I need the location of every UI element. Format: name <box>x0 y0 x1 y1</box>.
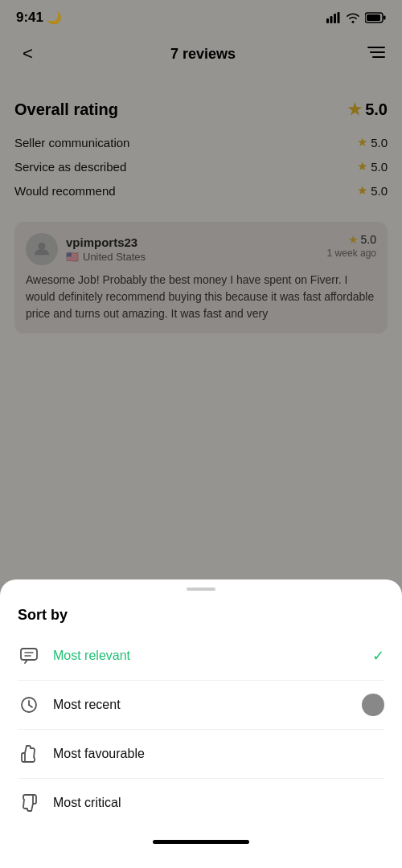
home-indicator <box>153 840 249 844</box>
bottom-sheet: Sort by Most relevant ✓ <box>0 579 402 868</box>
sort-option-most-relevant[interactable]: Most relevant ✓ <box>0 632 402 680</box>
clock-icon <box>18 694 40 716</box>
most-relevant-label: Most relevant <box>53 649 130 663</box>
sheet-title: Sort by <box>0 591 402 632</box>
most-favourable-label: Most favourable <box>53 747 145 761</box>
sort-option-most-favourable[interactable]: Most favourable <box>0 730 402 778</box>
svg-rect-11 <box>21 649 37 660</box>
most-critical-label: Most critical <box>53 796 121 810</box>
thumbs-up-icon <box>18 743 40 765</box>
thumbs-down-icon <box>18 792 40 814</box>
sort-option-most-critical[interactable]: Most critical <box>0 779 402 827</box>
sort-option-most-recent[interactable]: Most recent <box>0 681 402 729</box>
recent-indicator <box>362 694 384 716</box>
most-recent-label: Most recent <box>53 698 121 712</box>
svg-line-16 <box>29 705 32 707</box>
check-icon: ✓ <box>372 647 384 665</box>
chat-icon <box>18 645 40 667</box>
